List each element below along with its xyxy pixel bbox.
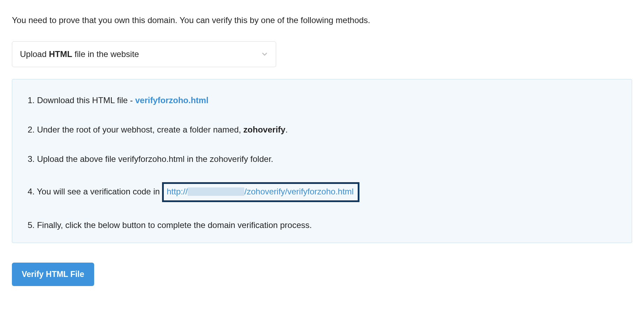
method-select-box[interactable]: Upload HTML file in the website — [12, 41, 276, 67]
step-2-folder-name: zohoverify — [243, 125, 285, 134]
step-5: 5. Finally, click the below button to co… — [28, 219, 616, 231]
step-3: 3. Upload the above file verifyforzoho.h… — [28, 153, 616, 165]
verification-url-protocol[interactable]: http:// — [167, 187, 188, 197]
method-select-prefix: Upload — [20, 49, 49, 59]
verify-button[interactable]: Verify HTML File — [12, 263, 94, 286]
step-1-text: 1. Download this HTML file - — [28, 95, 135, 105]
intro-text: You need to prove that you own this doma… — [12, 14, 632, 27]
download-link[interactable]: verifyforzoho.html — [135, 95, 208, 105]
step-4: 4. You will see a verification code in h… — [28, 182, 616, 202]
method-select-bold: HTML — [49, 49, 72, 59]
step-1: 1. Download this HTML file - verifyforzo… — [28, 94, 616, 107]
step-2-prefix: 2. Under the root of your webhost, creat… — [28, 125, 243, 134]
step-2-suffix: . — [285, 125, 288, 134]
method-select-suffix: file in the website — [72, 49, 139, 59]
step-4-prefix: 4. You will see a verification code in — [28, 187, 162, 196]
step-2: 2. Under the root of your webhost, creat… — [28, 123, 616, 136]
verification-url-path[interactable]: /zohoverify/verifyforzoho.html — [244, 187, 354, 197]
redacted-domain — [188, 187, 244, 196]
method-select-label: Upload HTML file in the website — [20, 48, 139, 60]
verification-url-box: http:///zohoverify/verifyforzoho.html — [162, 182, 359, 202]
instructions-panel: 1. Download this HTML file - verifyforzo… — [12, 79, 632, 243]
method-select[interactable]: Upload HTML file in the website — [12, 41, 276, 67]
